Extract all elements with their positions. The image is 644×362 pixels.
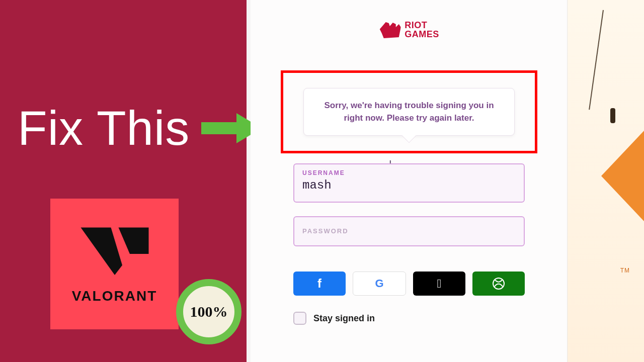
apple-icon:  [437,277,442,291]
error-highlight-frame: Sorry, we're having trouble signing you … [281,70,537,153]
login-panel: RIOT GAMES Sorry, we're having trouble s… [251,0,568,362]
riot-games-logo: RIOT GAMES [378,20,439,39]
stay-signed-in-row: Stay signed in [293,312,375,325]
riot-games-wordmark: RIOT GAMES [405,21,439,39]
username-field[interactable]: USERNAME mash [293,163,525,203]
pull-cord-handle-icon [610,108,615,123]
headline-text: Fix This [18,101,190,156]
social-login-row: f G  [293,272,525,296]
pull-cord-icon [589,10,604,110]
login-apple-button[interactable]:  [413,272,465,296]
badge-100-percent: 100% [176,279,242,344]
password-placeholder: PASSWORD [302,227,349,235]
brand-line1: RIOT [405,21,439,30]
google-icon: G [375,277,383,290]
valorant-logo-icon [77,224,152,284]
username-value: mash [302,178,516,192]
username-label: USERNAME [302,169,516,176]
svg-marker-1 [118,228,148,254]
brand-line2: GAMES [405,30,439,39]
stay-signed-in-checkbox[interactable] [293,312,306,325]
valorant-wordmark: VALORANT [72,288,157,304]
login-facebook-button[interactable]: f [293,272,346,296]
svg-marker-0 [80,228,122,276]
svg-rect-2 [201,122,236,134]
login-xbox-button[interactable] [472,272,525,296]
riot-fist-icon [378,20,400,39]
tm-mark: TM [620,267,630,274]
facebook-icon: f [317,277,321,291]
login-google-button[interactable]: G [353,272,406,296]
orange-triangle-decor [601,131,644,221]
xbox-icon [493,278,505,290]
valorant-tile: VALORANT [50,199,179,329]
stay-signed-in-label: Stay signed in [313,313,375,324]
right-decor-strip: TM [568,0,644,362]
password-field[interactable]: PASSWORD [293,216,525,246]
error-tooltip: Sorry, we're having trouble signing you … [303,88,515,136]
